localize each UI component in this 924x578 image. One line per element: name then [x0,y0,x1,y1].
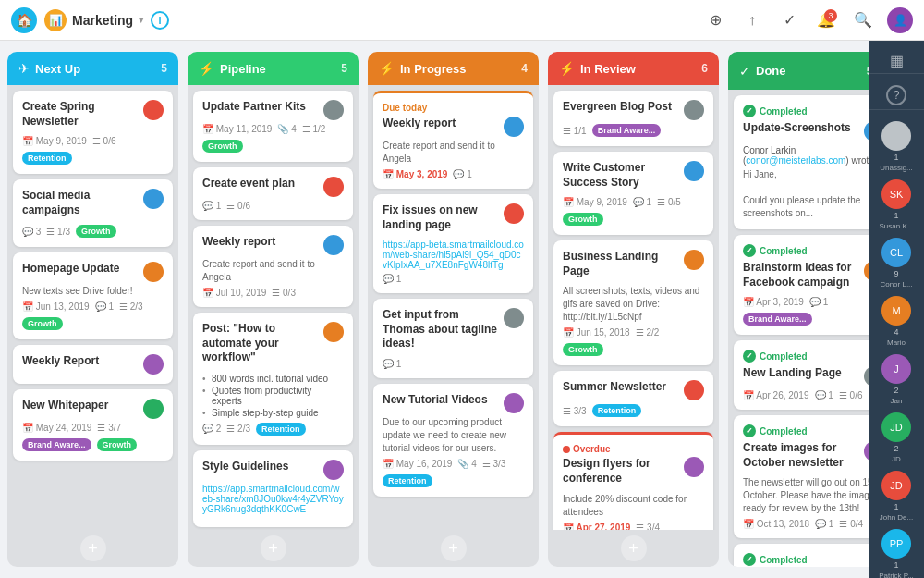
nav-actions: ⊕ ↑ ✓ 🔔 3 🔍 👤 [702,7,913,33]
member-avatar: SK [881,179,911,209]
sidebar-member-unassigned[interactable]: 1 Unassig... [880,121,913,172]
list-item[interactable]: ✓ Completed Create images for October ne… [734,415,869,538]
list-item[interactable]: Social media campaigns 💬 3 ☰ 1/3 Growth [13,179,173,247]
card-title: New Whitepaper [22,399,108,413]
add-card-button[interactable]: + [261,535,286,561]
column-pipeline: ⚡ Pipeline 5 Update Partner Kits 📅 May 1… [188,52,359,567]
add-button[interactable]: ⊕ [702,7,728,33]
list-item[interactable]: Fix issues on new landing page https://a… [373,194,533,293]
card-meta: 📅 Jul 10, 2019 ☰ 0/3 [202,288,344,298]
check-icon: ✓ [743,105,756,117]
list-item[interactable]: New Whitepaper 📅 May 24, 2019 ☰ 3/7 Bran… [13,389,173,461]
attach-count: 📎 4 [457,459,476,469]
list-item[interactable]: ✓ Completed New Landing Page 📅 Apr 26, 2… [734,340,869,410]
inprogress-icon: ⚡ [379,61,395,76]
comment-count: 💬 2 [202,424,221,434]
tag-brand: Brand Aware... [592,124,662,137]
card-meta: ☰ 1/1 Brand Aware... [563,124,704,137]
card-title: Update Partner Kits [202,100,306,115]
comment-count: 💬 1 [815,519,833,529]
check-button[interactable]: ✓ [776,7,802,33]
member-count: 1 [894,153,898,162]
grid-icon[interactable]: ▦ [890,52,904,69]
sidebar-member-mario[interactable]: M 4 Mario [881,296,911,347]
list-item[interactable]: Update Partner Kits 📅 May 11, 2019 📎 4 ☰… [193,91,353,162]
member-name: John De... [880,513,913,522]
task-count: ☰ 2/2 [636,327,660,338]
inreview-title: In Review [580,62,696,76]
avatar [323,460,344,480]
card-meta: 💬 1 [383,274,524,284]
list-item[interactable]: Create Spring Newsletter 📅 May 9, 2019 ☰… [13,91,173,174]
info-button[interactable]: i [151,11,169,30]
card-date: 📅 May 9, 2019 [563,197,627,207]
card-meta: 💬 1 ☰ 0/6 [202,201,344,211]
home-button[interactable]: 🏠 [11,7,37,33]
sidebar-member-jan[interactable]: J 2 Jan [881,354,911,405]
avatar [143,399,164,419]
column-done-header: ✓ Done 5 + [728,52,869,90]
pipeline-title: Pipeline [220,62,335,76]
card-title: Style Guidelines [202,460,288,474]
completed-label: ✓ Completed [743,350,869,363]
avatar [323,177,344,197]
card-title: Get input from Thomas about tagline idea… [383,308,500,351]
sidebar-member-conor[interactable]: CL 9 Conor L... [880,238,912,289]
card-date: 📅 Apr 3, 2019 [743,297,804,307]
member-avatar: PP [881,529,911,559]
list-item[interactable]: Homepage Update New texts see Drive fold… [13,252,173,339]
avatar [323,100,344,120]
list-item[interactable]: Get input from Thomas about tagline idea… [373,299,533,378]
task-count: ☰ 3/7 [97,423,121,433]
member-avatar: CL [881,238,911,267]
add-card-button[interactable]: + [621,535,647,561]
list-item[interactable]: Business Landing Page All screenshots, t… [553,240,713,365]
card-desc: The newsletter will go out on 15th Octob… [743,476,869,515]
help-icon[interactable]: ? [886,85,906,105]
nextup-footer: + [7,530,178,567]
list-item[interactable]: Due today Weekly report Create report an… [373,91,533,189]
sidebar-member-johnd[interactable]: JD 1 John De... [880,471,913,522]
add-card-button[interactable]: + [80,535,106,561]
nextup-count: 5 [161,62,167,75]
nextup-body: Create Spring Newsletter 📅 May 9, 2019 ☰… [7,85,178,530]
search-button[interactable]: 🔍 [850,7,876,33]
list-item[interactable]: Weekly report Create report and send it … [193,226,353,307]
list-item[interactable]: ✓ Completed New Affiliate Program [734,544,869,567]
done-body: ✓ Completed Update-Screenshots Conor Lar… [728,90,869,567]
task-count: ☰ 0/6 [92,136,116,146]
task-count: ☰ 1/2 [302,124,326,134]
member-name: Unassig... [880,164,913,172]
add-card-button[interactable]: + [441,535,467,561]
sidebar-member-jd[interactable]: JD 2 JD [881,412,911,463]
list-item[interactable]: Summer Newsletter ☰ 3/3 Retention [553,371,713,426]
card-title: Evergreen Blog Post [563,100,672,115]
list-item[interactable]: Overdue Design flyers for conference Inc… [553,432,713,530]
notifications-button[interactable]: 🔔 3 [813,7,839,33]
comment-count: 💬 3 [22,227,41,237]
list-item[interactable]: Create event plan 💬 1 ☰ 0/6 [193,167,353,220]
list-item[interactable]: Evergreen Blog Post ☰ 1/1 Brand Aware... [553,91,713,146]
sidebar-member-patrick[interactable]: PP 1 Patrick P... [879,529,914,578]
pipeline-icon: ⚡ [199,61,214,76]
list-item[interactable]: ✓ Completed Brainstorm ideas for Faceboo… [734,235,869,335]
list-item[interactable]: Style Guidelines https://app.smartmailcl… [193,450,353,527]
list-item[interactable]: ✓ Completed Update-Screenshots Conor Lar… [734,95,869,229]
check-icon: ✓ [743,424,756,437]
card-meta: 📅 Jun 13, 2019 💬 1 ☰ 2/3 Growth [22,301,164,330]
user-avatar[interactable]: 👤 [887,7,913,33]
inprogress-body: Due today Weekly report Create report an… [368,85,539,530]
member-name: Jan [891,397,903,405]
list-item[interactable]: Post: "How to automate your workflow" 80… [193,313,353,445]
sidebar-member-susank[interactable]: SK 1 Susan K... [880,179,914,230]
list-item[interactable]: Write Customer Success Story 📅 May 9, 20… [553,152,713,235]
comment-count: 💬 1 [202,201,221,211]
list-item[interactable]: Weekly Report [13,345,173,384]
member-name: Patrick P... [879,572,914,578]
project-selector[interactable]: 📊 Marketing ▾ [44,9,143,31]
tag-growth: Growth [202,140,243,153]
completed-label: ✓ Completed [743,244,869,257]
upload-button[interactable]: ↑ [739,7,765,33]
list-item[interactable]: New Tutorial Videos Due to our upcoming … [373,384,533,497]
card-date: 📅 May 3, 2019 [383,169,447,179]
